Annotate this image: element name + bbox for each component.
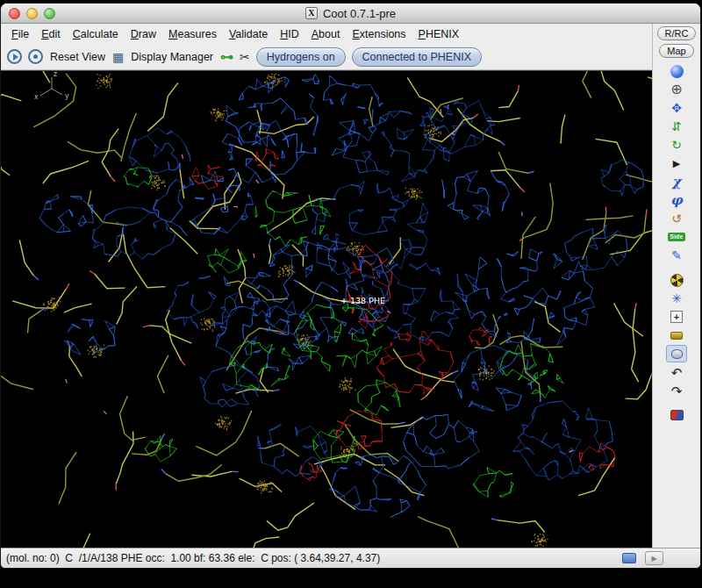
globe-icon[interactable]: ⊕ (666, 81, 687, 98)
minimize-button[interactable] (26, 8, 38, 19)
brush-glyph (670, 332, 683, 340)
pencil-icon[interactable]: ✎ (666, 247, 687, 264)
menu-bar: File Edit Calculate Draw Measures Valida… (1, 24, 652, 44)
map-sphere-icon[interactable] (666, 62, 687, 80)
map-button[interactable]: Map (659, 44, 693, 58)
reset-view-icon[interactable] (7, 49, 22, 64)
run-button[interactable]: ▶ (645, 551, 663, 565)
canvas-container (1, 70, 652, 548)
title-bar[interactable]: X Coot 0.7.1-pre (1, 4, 700, 24)
hydrogens-toggle-button[interactable]: Hydrogens on (256, 47, 346, 67)
menu-edit[interactable]: Edit (35, 25, 67, 43)
color-flag-icon[interactable] (666, 406, 687, 424)
side-icon-stack: ⊕ ✥ ⇵ ↻ ▶ χ φ ↺ Side ✎ ✳ + ↶ ↷ (666, 62, 687, 424)
cylinder-glyph (671, 349, 683, 359)
brush-icon[interactable] (666, 326, 687, 344)
color-flag-glyph (670, 410, 684, 420)
torsion-icon[interactable]: φ (666, 191, 687, 209)
window-title: X Coot 0.7.1-pre (305, 7, 396, 20)
pan-icon[interactable]: ✥ (666, 99, 687, 117)
scrollbar-thumb[interactable] (622, 553, 636, 563)
main-region: File Edit Calculate Draw Measures Valida… (1, 24, 700, 548)
molecular-viewport[interactable] (1, 71, 652, 548)
reset-view-button[interactable]: Reset View (49, 51, 106, 63)
menu-draw[interactable]: Draw (125, 25, 162, 43)
close-button[interactable] (9, 8, 20, 19)
menu-measures[interactable]: Measures (162, 25, 223, 43)
side-chain-flip-icon[interactable]: Side (666, 228, 687, 246)
redo-icon[interactable]: ↷ (666, 382, 687, 399)
toolbar: Reset View ▦ Display Manager ⊶ ✂ Hydroge… (1, 44, 652, 70)
chi-angles-icon[interactable]: χ (666, 173, 687, 190)
rotate-translate-icon[interactable]: ↺ (666, 210, 687, 227)
menu-hid[interactable]: HID (274, 25, 305, 43)
cylinder-icon[interactable] (666, 345, 687, 362)
window-title-text: Coot 0.7.1-pre (323, 7, 396, 20)
rrc-button[interactable]: R/RC (657, 26, 697, 40)
rotamer-icon[interactable]: ↻ (666, 136, 687, 154)
add-atom-icon[interactable]: ✳ (666, 290, 687, 307)
menu-file[interactable]: File (5, 25, 35, 43)
undo-icon[interactable]: ↶ (666, 363, 687, 381)
mutate-icon[interactable] (666, 271, 687, 289)
key-icon[interactable]: ⊶ (220, 50, 233, 63)
status-text: (mol. no: 0) C /1/A/138 PHE occ: 1.00 bf… (6, 552, 613, 564)
menu-phenix[interactable]: PHENIX (412, 25, 466, 43)
right-toolbar: R/RC Map ⊕ ✥ ⇵ ↻ ▶ χ φ ↺ Side ✎ ✳ + ↶ ↷ (652, 24, 700, 548)
menu-extensions[interactable]: Extensions (346, 25, 412, 43)
recenter-icon[interactable] (28, 49, 43, 64)
mutate-glyph (670, 274, 684, 287)
zoom-button[interactable] (44, 8, 55, 19)
play-icon[interactable]: ▶ (666, 154, 687, 172)
app-window: X Coot 0.7.1-pre File Edit Calculate Dra… (0, 3, 701, 569)
x11-app-icon: X (305, 7, 318, 19)
menu-calculate[interactable]: Calculate (67, 25, 125, 43)
menu-validate[interactable]: Validate (223, 25, 274, 43)
add-residue-glyph: + (670, 311, 683, 323)
window-controls (9, 8, 55, 19)
add-residue-icon[interactable]: + (666, 308, 687, 326)
display-manager-button[interactable]: Display Manager (130, 51, 214, 63)
phenix-connection-button[interactable]: Connected to PHENIX (352, 47, 482, 67)
map-sphere-glyph (670, 65, 684, 78)
scissors-icon[interactable]: ✂ (240, 51, 250, 63)
status-bar: (mol. no: 0) C /1/A/138 PHE occ: 1.00 bf… (1, 548, 700, 568)
left-column: File Edit Calculate Draw Measures Valida… (1, 24, 652, 548)
side-chain-flip-label: Side (668, 233, 686, 242)
menu-about[interactable]: About (305, 25, 347, 43)
refine-icon[interactable]: ⇵ (666, 118, 687, 135)
display-manager-icon[interactable]: ▦ (112, 51, 124, 63)
